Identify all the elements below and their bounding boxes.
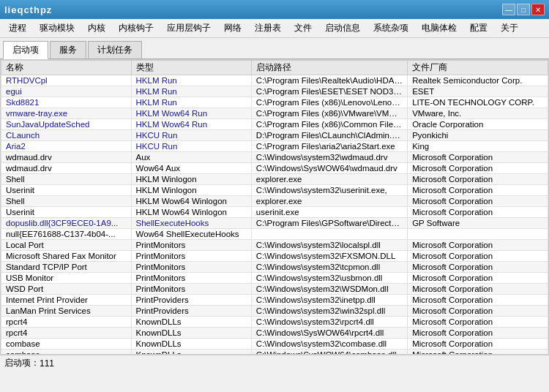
close-button[interactable]: ✕ [531, 4, 545, 15]
menu-item-电脑体检[interactable]: 电脑体检 [416, 20, 463, 36]
col-header-文件厂商[interactable]: 文件厂商 [408, 61, 548, 75]
table-cell: C:\Windows\SysWOW64\rpcrt4.dll [251, 328, 407, 339]
col-header-类型[interactable]: 类型 [131, 61, 251, 75]
table-row[interactable]: null{EE761688-C137-4b04-...Wow64 ShellEx… [1, 229, 548, 240]
table-cell: PrintMonitors [131, 240, 251, 251]
table-cell: explorer.exe [251, 174, 407, 185]
minimize-button[interactable]: — [502, 4, 515, 15]
table-cell: C:\Windows\system32\userinit.exe, [251, 185, 407, 196]
table-cell: Oracle Corporation [408, 119, 548, 130]
table-cell: Microsoft Corporation [408, 163, 548, 174]
table-cell: King [408, 141, 548, 152]
status-count: 111 [40, 358, 54, 369]
table-row[interactable]: Standard TCP/IP PortPrintMonitorsC:\Wind… [1, 262, 548, 273]
table-cell: C:\Windows\system32\tcpmon.dll [251, 262, 407, 273]
table-row[interactable]: Aria2HKCU RunC:\Program Files\aria2\aria… [1, 141, 548, 152]
window: lieqcthpz — □ ✕ 进程驱动模块内核内核钩子应用层钩子网络注册表文件… [0, 0, 549, 371]
table-row[interactable]: wdmaud.drvWow64 AuxC:\Windows\SysWOW64\w… [1, 163, 548, 174]
table-cell: wdmaud.drv [1, 152, 132, 163]
menu-item-内核钩子[interactable]: 内核钩子 [113, 20, 160, 36]
table-row[interactable]: USB MonitorPrintMonitorsC:\Windows\syste… [1, 273, 548, 284]
menu-item-应用层钩子[interactable]: 应用层钩子 [161, 20, 217, 36]
table-row[interactable]: UserinitHKLM Wow64 Winlogonuserinit.exeM… [1, 207, 548, 218]
tab-服务[interactable]: 服务 [50, 41, 86, 59]
table-cell: RTHDVCpl [1, 75, 132, 86]
status-bar: 启动项： 111 [0, 355, 549, 371]
table-row[interactable]: UserinitHKLM WinlogonC:\Windows\system32… [1, 185, 548, 196]
table-row[interactable]: rpcrt4KnownDLLsC:\Windows\system32\rpcrt… [1, 317, 548, 328]
table-row[interactable]: vmware-tray.exeHKLM Wow64 RunC:\Program … [1, 108, 548, 119]
menu-item-注册表[interactable]: 注册表 [249, 20, 287, 36]
table-cell: C:\Program Files\Realtek\Audio\HDA\RtDCp… [251, 75, 407, 86]
table-cell: C:\Program Files (x86)\Lenovo\Lenovo USB… [251, 97, 407, 108]
table-cell: explorer.exe [251, 196, 407, 207]
table-cell: KnownDLLs [131, 350, 251, 355]
table-row[interactable]: RTHDVCplHKLM RunC:\Program Files\Realtek… [1, 75, 548, 86]
table-cell: Userinit [1, 185, 132, 196]
table-row[interactable]: rpcrt4KnownDLLsC:\Windows\SysWOW64\rpcrt… [1, 328, 548, 339]
tab-启动项[interactable]: 启动项 [3, 41, 48, 59]
table-cell: C:\Windows\system32\inetpp.dll [251, 295, 407, 306]
col-header-启动路径[interactable]: 启动路径 [251, 61, 407, 75]
table-cell: USB Monitor [1, 273, 132, 284]
table-cell: C:\Program Files\aria2\aria2Start.exe [251, 141, 407, 152]
table-cell: HKLM Winlogon [131, 174, 251, 185]
table-cell: Microsoft Corporation [408, 251, 548, 262]
table-cell: CLaunch [1, 130, 132, 141]
menu-item-驱动模块[interactable]: 驱动模块 [34, 20, 81, 36]
menu-item-关于[interactable]: 关于 [495, 20, 524, 36]
table-cell: WSD Port [1, 284, 132, 295]
table-row[interactable]: ShellHKLM Winlogonexplorer.exeMicrosoft … [1, 174, 548, 185]
title-controls: — □ ✕ [502, 4, 545, 15]
menu-item-网络[interactable]: 网络 [218, 20, 247, 36]
table-row[interactable]: LanMan Print ServicesPrintProvidersC:\Wi… [1, 306, 548, 317]
table-row[interactable]: SunJavaUpdateSchedHKLM Wow64 RunC:\Progr… [1, 119, 548, 130]
menu-item-进程[interactable]: 进程 [3, 20, 32, 36]
table-cell: C:\Program Files\GPSoftware\Directory Op… [251, 218, 407, 229]
maximize-button[interactable]: □ [517, 4, 530, 15]
table-cell: HKCU Run [131, 141, 251, 152]
table-row[interactable]: ShellHKLM Wow64 Winlogonexplorer.exeMicr… [1, 196, 548, 207]
table-cell: combase [1, 339, 132, 350]
table-row[interactable]: combaseKnownDLLsC:\Windows\SysWOW64\comb… [1, 350, 548, 355]
col-header-名称[interactable]: 名称 [1, 61, 132, 75]
window-title: lieqcthpz [4, 4, 52, 15]
table-cell: Microsoft Corporation [408, 328, 548, 339]
table-cell: C:\Windows\system32\FXSMON.DLL [251, 251, 407, 262]
table-row[interactable]: eguiHKLM RunC:\Program Files\ESET\ESET N… [1, 86, 548, 97]
table-cell: combase [1, 350, 132, 355]
table-row[interactable]: wdmaud.drvAuxC:\Windows\system32\wdmaud.… [1, 152, 548, 163]
menu-item-文件[interactable]: 文件 [288, 20, 318, 36]
table-row[interactable]: combaseKnownDLLsC:\Windows\system32\comb… [1, 339, 548, 350]
table-cell: D:\Program Files\CLaunch\ClAdmin.exe [251, 130, 407, 141]
table-cell [408, 229, 548, 240]
menu-item-内核[interactable]: 内核 [82, 20, 111, 36]
table-cell: ESET [408, 86, 548, 97]
table-cell: C:\Windows\system32\combase.dll [251, 339, 407, 350]
menu-bar: 进程驱动模块内核内核钩子应用层钩子网络注册表文件启动信息系统杂项电脑体检配置关于 [0, 19, 549, 38]
table-row[interactable]: Local PortPrintMonitorsC:\Windows\system… [1, 240, 548, 251]
table-row[interactable]: CLaunchHKCU RunD:\Program Files\CLaunch\… [1, 130, 548, 141]
table-cell: Aria2 [1, 141, 132, 152]
table-row[interactable]: Microsoft Shared Fax MonitorPrintMonitor… [1, 251, 548, 262]
table-cell: rpcrt4 [1, 328, 132, 339]
table-cell: Microsoft Corporation [408, 295, 548, 306]
tab-计划任务[interactable]: 计划任务 [88, 41, 142, 59]
table-cell: null{EE761688-C137-4b04-... [1, 229, 132, 240]
table-container[interactable]: 名称类型启动路径文件厂商 RTHDVCplHKLM RunC:\Program … [0, 59, 549, 355]
table-row[interactable]: Skd8821HKLM RunC:\Program Files (x86)\Le… [1, 97, 548, 108]
table-cell: C:\Windows\SysWOW64\wdmaud.drv [251, 163, 407, 174]
menu-item-配置[interactable]: 配置 [464, 20, 493, 36]
table-cell: Shell [1, 174, 132, 185]
table-cell: dopuslib.dll{3CF9ECE0-1A9... [1, 218, 132, 229]
table-cell: Shell [1, 196, 132, 207]
menu-item-系统杂项[interactable]: 系统杂项 [367, 20, 414, 36]
table-cell: Microsoft Corporation [408, 185, 548, 196]
table-row[interactable]: WSD PortPrintMonitorsC:\Windows\system32… [1, 284, 548, 295]
table-cell: Microsoft Corporation [408, 317, 548, 328]
table-row[interactable]: Internet Print ProviderPrintProvidersC:\… [1, 295, 548, 306]
menu-item-启动信息[interactable]: 启动信息 [319, 20, 366, 36]
table-row[interactable]: dopuslib.dll{3CF9ECE0-1A9...ShellExecute… [1, 218, 548, 229]
table-cell: Pyonkichi [408, 130, 548, 141]
table-cell: PrintMonitors [131, 273, 251, 284]
